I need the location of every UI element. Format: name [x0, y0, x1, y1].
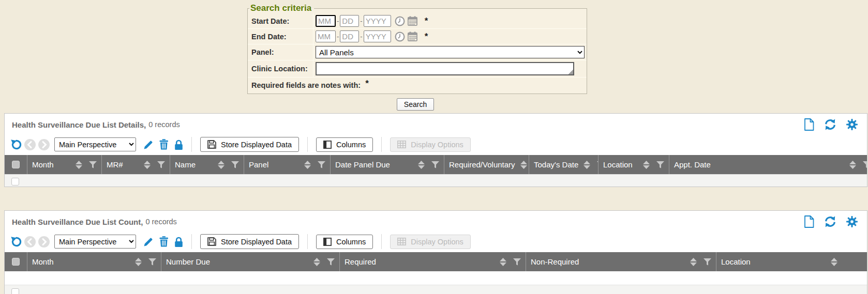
sort-icon[interactable]: [76, 161, 82, 169]
sort-icon[interactable]: [500, 258, 506, 266]
select-all-checkbox[interactable]: [5, 155, 27, 174]
export-document-icon[interactable]: [804, 118, 814, 131]
undo-icon[interactable]: [10, 236, 22, 247]
table-header-row: Month Number Due Required Non-Required L…: [5, 252, 867, 271]
sort-icon[interactable]: [643, 161, 650, 169]
sort-icon[interactable]: [218, 161, 225, 169]
perspective-select[interactable]: Main Perspective: [54, 137, 136, 151]
trash-icon[interactable]: [159, 139, 169, 150]
search-button[interactable]: Search: [397, 98, 434, 111]
filter-icon[interactable]: [863, 161, 867, 168]
clock-icon[interactable]: [395, 16, 405, 26]
undo-icon[interactable]: [10, 138, 22, 150]
filter-icon[interactable]: [89, 161, 97, 168]
column-header-location: Location: [716, 252, 867, 271]
store-displayed-data-button[interactable]: Store Displayed Data: [200, 137, 299, 152]
display-options-button[interactable]: Display Options: [390, 137, 471, 152]
column-header-todays-date: Today's Date: [529, 155, 598, 174]
calendar-icon[interactable]: [408, 16, 417, 26]
end-date-row: End Date: - - *: [248, 29, 587, 44]
row-checkbox[interactable]: [11, 288, 19, 294]
start-date-year-input[interactable]: [364, 15, 391, 27]
sort-icon[interactable]: [690, 258, 697, 266]
columns-button[interactable]: Columns: [316, 235, 373, 249]
refresh-icon[interactable]: [824, 215, 836, 228]
edit-pencil-icon[interactable]: [143, 237, 154, 247]
column-header-month: Month: [27, 155, 102, 174]
required-marker: *: [425, 34, 428, 39]
sort-icon[interactable]: [144, 161, 151, 169]
end-date-year-input[interactable]: [364, 30, 391, 42]
sort-icon[interactable]: [583, 161, 590, 169]
save-icon: [207, 140, 216, 149]
lock-icon[interactable]: [174, 140, 183, 150]
end-date-day-input[interactable]: [340, 30, 359, 42]
section-title-row: Health Surveillance Due List Details, 0 …: [5, 114, 867, 135]
display-options-button[interactable]: Display Options: [390, 235, 471, 249]
filter-icon[interactable]: [148, 258, 156, 266]
edit-pencil-icon[interactable]: [143, 140, 154, 150]
start-date-month-input[interactable]: [316, 15, 336, 27]
toolbar-divider: [307, 137, 308, 152]
clinic-location-label: Clinic Location:: [251, 60, 313, 77]
column-header-required-voluntary: Required/Voluntary: [444, 155, 529, 174]
calendar-icon[interactable]: [408, 32, 417, 41]
filter-icon[interactable]: [157, 161, 165, 168]
sort-icon[interactable]: [304, 161, 311, 169]
filter-icon[interactable]: [656, 161, 664, 168]
trash-icon[interactable]: [159, 236, 169, 247]
sort-icon[interactable]: [520, 161, 527, 169]
forward-icon[interactable]: [38, 236, 50, 247]
back-icon[interactable]: [24, 139, 36, 150]
toolbar-divider: [307, 234, 308, 249]
filter-icon[interactable]: [231, 161, 239, 168]
sort-icon[interactable]: [831, 258, 837, 266]
sort-icon[interactable]: [849, 161, 856, 169]
start-date-day-input[interactable]: [340, 15, 359, 27]
sort-icon[interactable]: [135, 258, 142, 266]
select-all-checkbox[interactable]: [5, 252, 27, 271]
export-document-icon[interactable]: [804, 215, 814, 228]
section-title: Health Surveillance Due List Details,: [12, 120, 146, 129]
page: { "search_panel": { "legend": "Search cr…: [0, 0, 868, 294]
columns-button[interactable]: Columns: [316, 137, 373, 152]
lock-icon[interactable]: [174, 237, 183, 247]
column-header-non-required: Non-Required: [526, 252, 716, 271]
refresh-icon[interactable]: [824, 118, 836, 131]
filter-icon[interactable]: [318, 161, 325, 168]
sort-icon[interactable]: [418, 161, 425, 169]
date-separator: -: [360, 33, 362, 40]
panel-label: Panel:: [251, 44, 313, 60]
forward-icon[interactable]: [38, 139, 50, 150]
sort-icon[interactable]: [313, 258, 320, 266]
gear-icon[interactable]: [846, 119, 858, 130]
filter-icon[interactable]: [327, 258, 335, 266]
clinic-location-row: Clinic Location:: [248, 60, 587, 78]
back-icon[interactable]: [24, 236, 36, 247]
required-note-row: Required fields are notes with: *: [248, 78, 587, 93]
gear-icon[interactable]: [846, 216, 858, 227]
save-icon: [207, 237, 216, 246]
date-separator: -: [337, 17, 339, 25]
filter-icon[interactable]: [431, 161, 439, 168]
toolbar-divider: [191, 137, 192, 152]
column-header-mr: MR#: [102, 155, 170, 174]
clinic-location-input[interactable]: [316, 62, 574, 75]
perspective-select[interactable]: Main Perspective: [54, 235, 136, 249]
required-note-text: Required fields are notes with:: [251, 81, 361, 89]
column-header-panel: Panel: [244, 155, 331, 174]
due-list-details-section: Health Surveillance Due List Details, 0 …: [4, 113, 867, 187]
record-count: 0 records: [145, 218, 176, 226]
end-date-month-input[interactable]: [316, 30, 336, 42]
filter-icon[interactable]: [513, 258, 521, 266]
row-checkbox[interactable]: [11, 178, 19, 185]
panel-select[interactable]: All Panels: [316, 46, 585, 58]
clock-icon[interactable]: [395, 32, 405, 42]
resize-handle[interactable]: [567, 69, 573, 74]
filter-icon[interactable]: [704, 258, 711, 266]
date-separator: -: [360, 17, 362, 25]
required-marker: *: [425, 19, 428, 24]
section-title: Health Surveillance Due List Count,: [12, 218, 143, 226]
grid-icon: [397, 141, 406, 148]
store-displayed-data-button[interactable]: Store Displayed Data: [200, 234, 299, 249]
